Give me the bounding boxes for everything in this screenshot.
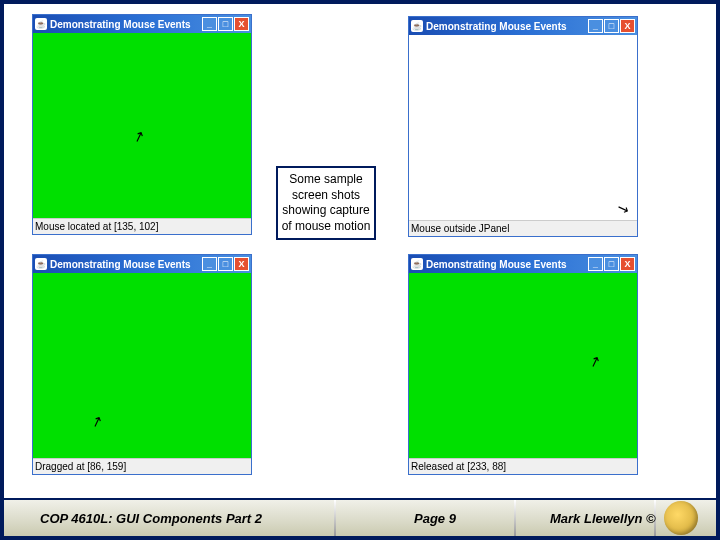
minimize-button[interactable]: _: [202, 17, 217, 31]
close-button[interactable]: X: [234, 257, 249, 271]
minimize-button[interactable]: _: [202, 257, 217, 271]
window-title: Demonstrating Mouse Events: [50, 259, 191, 270]
status-text: Dragged at [86, 159]: [35, 461, 126, 472]
minimize-button[interactable]: _: [588, 257, 603, 271]
window-body: ↗: [33, 33, 251, 218]
close-button[interactable]: X: [620, 257, 635, 271]
java-icon: ☕: [411, 20, 423, 32]
cursor-icon: ↗: [587, 351, 604, 370]
titlebar: ☕ Demonstrating Mouse Events _ □ X: [33, 15, 251, 33]
window-body: ↘: [409, 35, 637, 220]
footer-page: Page 9: [414, 511, 456, 526]
status-bar: Dragged at [86, 159]: [33, 458, 251, 474]
java-window-4: ☕ Demonstrating Mouse Events _ □ X ↗ Rel…: [408, 254, 638, 475]
window-body: ↗: [33, 273, 251, 458]
window-title: Demonstrating Mouse Events: [426, 259, 567, 270]
titlebar: ☕ Demonstrating Mouse Events _ □ X: [409, 17, 637, 35]
java-window-2: ☕ Demonstrating Mouse Events _ □ X ↘ Mou…: [408, 16, 638, 237]
mouse-panel[interactable]: ↗: [33, 33, 251, 218]
window-title: Demonstrating Mouse Events: [426, 21, 567, 32]
mouse-panel[interactable]: ↗: [409, 273, 637, 458]
titlebar: ☕ Demonstrating Mouse Events _ □ X: [33, 255, 251, 273]
status-bar: Mouse outside JPanel: [409, 220, 637, 236]
mouse-panel[interactable]: ↘: [409, 35, 637, 220]
footer-author: Mark Llewellyn ©: [550, 511, 656, 526]
slide-footer: COP 4610L: GUI Components Part 2 Page 9 …: [4, 498, 716, 536]
java-window-3: ☕ Demonstrating Mouse Events _ □ X ↗ Dra…: [32, 254, 252, 475]
titlebar: ☕ Demonstrating Mouse Events _ □ X: [409, 255, 637, 273]
window-controls: _ □ X: [588, 19, 635, 33]
window-controls: _ □ X: [588, 257, 635, 271]
maximize-button[interactable]: □: [218, 257, 233, 271]
java-icon: ☕: [35, 258, 47, 270]
window-title: Demonstrating Mouse Events: [50, 19, 191, 30]
maximize-button[interactable]: □: [604, 19, 619, 33]
caption-text: Some sample screen shots showing capture…: [282, 172, 371, 233]
footer-divider: [334, 500, 336, 536]
window-controls: _ □ X: [202, 257, 249, 271]
status-text: Released at [233, 88]: [411, 461, 506, 472]
cursor-icon: ↗: [89, 411, 106, 430]
status-bar: Mouse located at [135, 102]: [33, 218, 251, 234]
window-controls: _ □ X: [202, 17, 249, 31]
java-icon: ☕: [411, 258, 423, 270]
footer-divider: [514, 500, 516, 536]
status-text: Mouse outside JPanel: [411, 223, 509, 234]
status-bar: Released at [233, 88]: [409, 458, 637, 474]
caption-box: Some sample screen shots showing capture…: [276, 166, 376, 240]
close-button[interactable]: X: [234, 17, 249, 31]
maximize-button[interactable]: □: [218, 17, 233, 31]
window-body: ↗: [409, 273, 637, 458]
maximize-button[interactable]: □: [604, 257, 619, 271]
ucf-logo-icon: [664, 501, 698, 535]
minimize-button[interactable]: _: [588, 19, 603, 33]
cursor-icon: ↘: [615, 198, 632, 217]
cursor-icon: ↗: [131, 126, 148, 145]
footer-course: COP 4610L: GUI Components Part 2: [40, 511, 262, 526]
java-icon: ☕: [35, 18, 47, 30]
java-window-1: ☕ Demonstrating Mouse Events _ □ X ↗ Mou…: [32, 14, 252, 235]
status-text: Mouse located at [135, 102]: [35, 221, 158, 232]
close-button[interactable]: X: [620, 19, 635, 33]
mouse-panel[interactable]: ↗: [33, 273, 251, 458]
